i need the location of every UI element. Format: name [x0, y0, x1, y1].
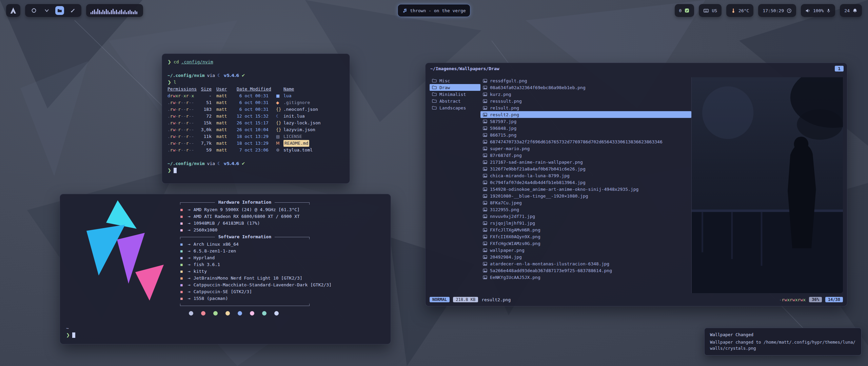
file-row[interactable]: resssult.png [480, 98, 691, 104]
file-name: 3126f7e9bbf21a8a4af0b67b041c6e26.jpg [490, 166, 586, 171]
workspace-button-3-active[interactable] [55, 6, 64, 15]
cwd-path: ~/.config/nvim [167, 72, 205, 79]
file-manager-window[interactable]: ~/Imagenes/Wallpapers/Draw 1 Misc Draw M… [425, 63, 847, 306]
file-row[interactable]: 8FKa7Cu.jpeg [480, 199, 691, 206]
file-row[interactable]: 587597.jpg [480, 118, 691, 125]
info-bullet-icon: ▪ [180, 248, 185, 255]
preview-image [692, 77, 843, 293]
workspace-button-1[interactable] [29, 6, 38, 15]
terminal-color-palette [189, 311, 383, 316]
file-name: 19201080-__blue-tinge__-1920×1080.jpg [490, 194, 588, 199]
file-type-icon: ◆ [276, 99, 283, 106]
arrow-icon: → [188, 295, 191, 302]
file-permissions: .rw-r--r-- [167, 126, 197, 133]
file-row[interactable]: super-mario.png [480, 145, 691, 152]
notification-body: Wallpaper changed to /home/matt/.config/… [710, 339, 856, 351]
sidebar-item[interactable]: Landscapes [430, 104, 480, 111]
file-row[interactable]: atardecer-en-la-montanas-ilustracion-634… [480, 260, 691, 267]
image-file-icon [483, 146, 487, 151]
file-row[interactable]: 20492984.jpg [480, 253, 691, 260]
clock-module[interactable]: 17:50:29 [758, 4, 796, 17]
workspace-button-2[interactable] [42, 6, 51, 15]
updates-module[interactable]: 0 [675, 4, 694, 17]
file-row[interactable]: 08a634fa02a32364f69ebc86a98eb1eb.png [480, 84, 691, 91]
music-note-icon [402, 8, 407, 13]
file-row[interactable]: nnvuv0xj2df71.jpg [480, 213, 691, 220]
file-name: .gitignore [283, 99, 310, 106]
file-row[interactable]: 596848.jpg [480, 125, 691, 131]
launcher-button[interactable] [6, 4, 20, 17]
directory-name: Misc [439, 78, 450, 83]
file-row[interactable]: EeNKYgIUcAAJ5JX.png [480, 274, 691, 281]
file-row[interactable]: chica-mirando-la-luna-8799.jpg [480, 172, 691, 179]
file-row[interactable]: 68747470733a2f2f696d616765732d7769786d70… [480, 138, 691, 145]
file-permissions: .rw-r--r-- [167, 99, 197, 106]
file-row[interactable]: wallpaper.png [480, 247, 691, 253]
file-row[interactable]: 87r687df.png [480, 152, 691, 159]
terminal-window[interactable]: ❯cd.config/nvim ~/.config/nvimvia☾v5.4.6… [162, 54, 350, 184]
file-row[interactable]: 866715.png [480, 131, 691, 138]
clock-time: 17:50:29 [763, 8, 784, 13]
sidebar-item[interactable]: Minimalist [430, 91, 480, 98]
volume-module[interactable]: 100% [801, 4, 835, 17]
info-text: Hyprland [194, 255, 215, 261]
info-line: ▪ → Arch Linux x86_64 [180, 241, 383, 248]
top-bar-right: 0 US 26°C 17:50:29 100% 24 [675, 4, 862, 17]
cwd-path: ~ [66, 325, 75, 332]
file-size: 3,0k [197, 126, 212, 133]
info-text: 868x366 [194, 227, 217, 233]
color-dot [250, 311, 254, 316]
weather-module[interactable]: 26°C [726, 4, 753, 17]
file-row[interactable]: 3122955.png [480, 206, 691, 213]
file-size: 11k [197, 133, 212, 140]
file-row[interactable]: kurz.png [480, 91, 691, 98]
color-dot [213, 311, 218, 316]
file-row[interactable]: FXfcJlTXgAMvH6R.png [480, 226, 691, 233]
updates-count: 0 [679, 8, 682, 13]
image-file-icon [483, 268, 487, 273]
sidebar-item[interactable]: Abstract [430, 98, 480, 104]
file-row[interactable]: 154928-odinokoe_anime-art-anime-okno-sin… [480, 186, 691, 192]
media-title: thrown - on the verge [410, 8, 466, 13]
arrow-icon: → [188, 241, 191, 248]
file-row[interactable]: 0c794faf07de24a4db4d4fb1eb813964.jpg [480, 179, 691, 186]
file-row[interactable]: 3126f7e9bbf21a8a4af0b67b041c6e26.jpg [480, 165, 691, 172]
image-file-icon [483, 92, 487, 97]
scroll-percent-badge: 36% [809, 297, 822, 302]
color-dot [225, 311, 230, 316]
sidebar-item[interactable]: Misc [430, 77, 480, 84]
file-row[interactable]: rsjqojlmjhf91.jpg [480, 220, 691, 226]
media-player-widget[interactable]: thrown - on the verge [397, 4, 470, 17]
shell-input-line[interactable]: ❯ [167, 167, 344, 174]
lua-icon: ☾ [217, 160, 221, 167]
notifications-count: 24 [844, 8, 850, 13]
file-row[interactable]: FXfcHgcWIAMzs0G.png [480, 240, 691, 247]
notification-toast[interactable]: Wallpaper Changed Wallpaper changed to /… [704, 328, 862, 355]
info-text: 1558 (pacman) [194, 295, 228, 302]
file-row[interactable]: ressdfgult.png [480, 77, 691, 84]
file-row[interactable]: result2.png [480, 111, 691, 118]
file-row[interactable]: 5a266e448add93deab367d87173e9f25-6837886… [480, 267, 691, 274]
file-row[interactable]: 19201080-__blue-tinge__-1920×1080.jpg [480, 192, 691, 199]
file-type-icon: {} [276, 120, 283, 126]
sidebar-item[interactable]: Draw [430, 84, 480, 91]
software-section-header: Software Information [180, 233, 310, 240]
fetch-shell-prompt[interactable]: ~ ❯ [66, 325, 75, 339]
fetch-terminal-window[interactable]: Hardware Information ▪ → AMD Ryzen 9 590… [60, 194, 391, 344]
file-owner: matt [216, 106, 232, 113]
info-text: AMD Ryzen 9 5900X (24) @ 4.9GHz [61.3°C] [194, 206, 300, 213]
directory-name: Minimalist [439, 92, 466, 97]
info-text: Arch Linux x86_64 [194, 241, 239, 248]
notifications-module[interactable]: 24 [840, 4, 862, 17]
command-text: l [174, 79, 176, 86]
file-row[interactable]: re1sult.png [480, 104, 691, 111]
workspace-button-4[interactable] [68, 6, 77, 15]
arch-logo-icon [9, 7, 17, 14]
image-file-icon [483, 201, 487, 205]
file-row[interactable]: FXfcII0X0AQyn9X.png [480, 233, 691, 240]
keyboard-layout-module[interactable]: US [699, 4, 722, 17]
file-type-icon: {} [276, 106, 283, 113]
file-owner: matt [216, 126, 232, 133]
breadcrumb: ~/Imagenes/Wallpapers/Draw [430, 66, 499, 71]
file-row[interactable]: 217167-sad-anime-rain-wallpaper.png [480, 159, 691, 165]
